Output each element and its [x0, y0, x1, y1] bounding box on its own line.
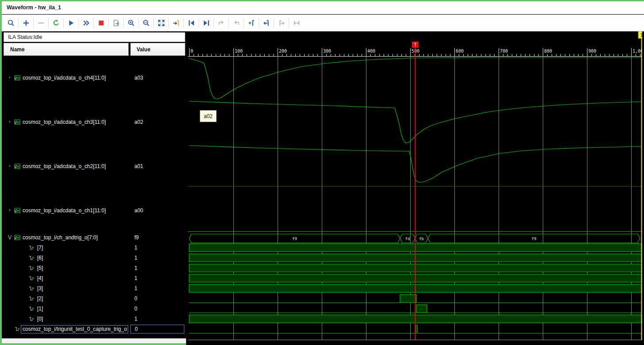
- toolbar-separator: [108, 18, 109, 28]
- value-column-header[interactable]: Value: [130, 43, 185, 56]
- search-button[interactable]: [5, 17, 16, 29]
- value-row-12[interactable]: 1: [130, 314, 185, 323]
- zoom-to-trigger-icon: [172, 19, 180, 27]
- tree-row-11[interactable]: [1]: [4, 304, 129, 313]
- stop-trigger-button[interactable]: [95, 17, 107, 29]
- toolbar-separator: [289, 18, 289, 28]
- value-row-10[interactable]: 0: [130, 294, 185, 303]
- signal-name-label: cosmoz_top_i/trigunit_test_0_capture_tri…: [21, 325, 128, 334]
- bottom-strip: [2, 338, 186, 345]
- window-titlebar[interactable]: Waveform - hw_ila_1: [2, 1, 644, 14]
- toolbar-separator: [213, 18, 214, 28]
- value-row-5[interactable]: 1: [130, 243, 185, 252]
- swap-after-button[interactable]: [231, 17, 242, 29]
- ruler-label: 600: [456, 49, 464, 54]
- zoom-fit-button[interactable]: [156, 17, 167, 29]
- ruler-label: 900: [588, 49, 596, 54]
- ruler-label: 100: [235, 49, 243, 54]
- zoom-out-button[interactable]: [141, 17, 152, 29]
- tree-row-12[interactable]: [0]: [4, 314, 129, 323]
- signal-name-label: [4]: [37, 275, 129, 281]
- tree-row-4[interactable]: ⋁cosmoz_top_i/ch_andtrig_o[7:0]: [4, 233, 129, 242]
- toolbar-separator: [93, 18, 94, 28]
- rerun-trigger-button[interactable]: [50, 17, 61, 29]
- value-row-11[interactable]: 0: [130, 304, 185, 313]
- value-row-6[interactable]: 1: [130, 253, 185, 262]
- ruler-label: 300: [323, 49, 331, 54]
- trigger-marker-label: T: [414, 42, 416, 47]
- signal-name-label: cosmoz_top_i/adcdata_o_ch3[11:0]: [23, 119, 129, 125]
- tree-row-13[interactable]: cosmoz_top_i/trigunit_test_0_capture_tri…: [4, 325, 129, 334]
- goto-previous-marker-button[interactable]: [261, 17, 272, 29]
- toolbar-separator: [138, 18, 139, 28]
- value-row-4[interactable]: f9: [130, 233, 185, 242]
- expand-arrow-icon[interactable]: ›: [7, 75, 12, 80]
- bus-signal-icon: [14, 235, 20, 242]
- value-row-7[interactable]: 1: [130, 264, 185, 272]
- swap-before-icon: [217, 19, 225, 27]
- tree-row-2[interactable]: ›cosmoz_top_i/adcdata_o_ch2[11:0]: [4, 162, 129, 171]
- run-trigger-immediate-button[interactable]: [80, 17, 91, 29]
- value-row-2[interactable]: a01: [130, 162, 185, 171]
- goto-end-button[interactable]: [201, 17, 212, 29]
- zoom-to-trigger-button[interactable]: [171, 17, 182, 29]
- expand-arrow-icon[interactable]: ›: [7, 207, 12, 212]
- bit-high-[2]: [400, 295, 416, 303]
- measure-button[interactable]: [291, 17, 302, 29]
- value-row-13[interactable]: 0: [130, 325, 184, 334]
- goto-previous-marker-icon: [263, 19, 271, 27]
- signal-value-column: a03a02a01a00f9111110010: [130, 56, 185, 338]
- bit-signal-icon: [14, 326, 20, 333]
- tree-row-8[interactable]: [4]: [4, 274, 129, 283]
- value-row-1[interactable]: a02: [130, 118, 185, 126]
- waveform-canvas[interactable]: 01002003004005006007008009001,000f9fdfbf…: [188, 31, 642, 340]
- tree-row-10[interactable]: [2]: [4, 294, 129, 303]
- toolbar-separator: [33, 18, 34, 28]
- value-row-9[interactable]: 1: [130, 284, 185, 293]
- collapse-arrow-icon[interactable]: ⋁: [7, 234, 12, 239]
- ruler-label: 700: [500, 49, 508, 54]
- toolbar: [2, 15, 644, 31]
- tree-row-9[interactable]: [3]: [4, 284, 129, 293]
- export-waveform-button[interactable]: [111, 17, 122, 29]
- signal-value: 1: [130, 275, 137, 281]
- value-row-3[interactable]: a00: [130, 206, 185, 215]
- signal-name-label: [3]: [37, 285, 129, 291]
- value-tooltip: a02: [200, 110, 217, 122]
- tree-row-0[interactable]: ›cosmoz_top_i/adcdata_o_ch4[11:0]: [4, 73, 129, 82]
- toolbar-separator: [48, 18, 49, 28]
- add-button[interactable]: [20, 17, 31, 29]
- bit-signal-icon: [28, 255, 34, 262]
- tree-row-5[interactable]: [7]: [4, 243, 129, 252]
- add-marker-button[interactable]: [246, 17, 257, 29]
- bus-signal-icon: [14, 119, 20, 126]
- signal-name-label: [5]: [37, 265, 129, 271]
- ruler-label: 800: [544, 49, 552, 54]
- tree-row-3[interactable]: ›cosmoz_top_i/adcdata_o_ch1[11:0]: [4, 206, 129, 215]
- tree-row-1[interactable]: ›cosmoz_top_i/adcdata_o_ch3[11:0]: [4, 118, 129, 126]
- name-header-label: Name: [10, 46, 25, 53]
- stop-trigger-icon: [97, 19, 105, 27]
- tree-row-6[interactable]: [6]: [4, 253, 129, 262]
- toolbar-separator: [63, 18, 64, 28]
- goto-next-marker-button[interactable]: [276, 17, 287, 29]
- toolbar-separator: [198, 18, 199, 28]
- toolbar-separator: [168, 18, 169, 28]
- add-marker-icon: [248, 19, 255, 27]
- zoom-in-button[interactable]: [126, 17, 137, 29]
- name-column-header[interactable]: Name: [4, 43, 129, 56]
- signal-name-label: [1]: [37, 306, 129, 312]
- expand-arrow-icon[interactable]: ›: [7, 119, 12, 124]
- signal-name-label: [6]: [37, 255, 129, 261]
- ruler-label: 0: [191, 49, 193, 54]
- value-row-0[interactable]: a03: [130, 73, 185, 82]
- run-trigger-button[interactable]: [65, 17, 76, 29]
- tree-row-7[interactable]: [5]: [4, 264, 129, 272]
- remove-button[interactable]: [35, 17, 46, 29]
- goto-start-button[interactable]: [186, 17, 197, 29]
- swap-before-button[interactable]: [216, 17, 227, 29]
- add-icon: [22, 19, 30, 27]
- expand-arrow-icon[interactable]: ›: [7, 163, 12, 168]
- value-row-8[interactable]: 1: [130, 274, 185, 283]
- ila-status-text: ILA Status:Idle: [8, 34, 42, 40]
